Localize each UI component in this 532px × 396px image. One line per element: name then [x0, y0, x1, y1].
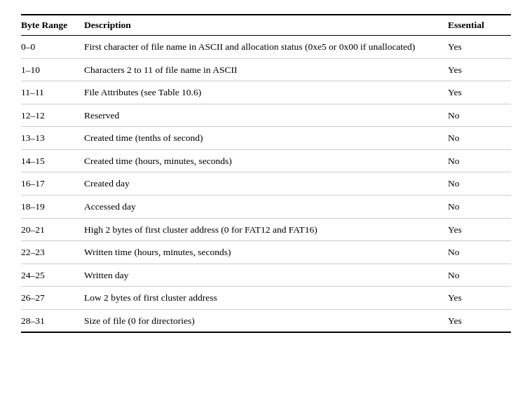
cell-byte-range: 1–10 — [21, 58, 84, 81]
cell-essential: No — [448, 104, 511, 127]
cell-description: Reserved — [84, 104, 448, 127]
cell-byte-range: 14–15 — [21, 149, 84, 172]
cell-byte-range: 24–25 — [21, 264, 84, 287]
table-row: 18–19Accessed dayNo — [21, 195, 511, 218]
cell-byte-range: 28–31 — [21, 309, 84, 332]
cell-description: Low 2 bytes of first cluster address — [84, 287, 448, 310]
table-row: 0–0First character of file name in ASCII… — [21, 36, 511, 59]
cell-description: High 2 bytes of first cluster address (0… — [84, 218, 448, 241]
cell-byte-range: 18–19 — [21, 195, 84, 218]
table-header: Byte Range Description Essential — [21, 15, 511, 36]
table-row: 20–21High 2 bytes of first cluster addre… — [21, 218, 511, 241]
cell-essential: Yes — [448, 58, 511, 81]
table-row: 13–13Created time (tenths of second)No — [21, 127, 511, 150]
cell-description: Written time (hours, minutes, seconds) — [84, 241, 448, 264]
cell-byte-range: 16–17 — [21, 172, 84, 196]
table-row: 26–27Low 2 bytes of first cluster addres… — [21, 287, 511, 310]
cell-essential: No — [448, 195, 511, 218]
table-row: 16–17Created dayNo — [21, 172, 511, 196]
cell-byte-range: 12–12 — [21, 104, 84, 127]
col-header-byte-range: Byte Range — [21, 15, 84, 36]
cell-essential: No — [448, 241, 511, 264]
table-row: 14–15Created time (hours, minutes, secon… — [21, 149, 511, 172]
table-row: 28–31Size of file (0 for directories)Yes — [21, 309, 511, 332]
table-row: 12–12ReservedNo — [21, 104, 511, 127]
table-row: 1–10Characters 2 to 11 of file name in A… — [21, 58, 511, 81]
table-row: 24–25Written dayNo — [21, 264, 511, 287]
cell-byte-range: 26–27 — [21, 287, 84, 310]
cell-byte-range: 20–21 — [21, 218, 84, 241]
byte-range-table: Byte Range Description Essential 0–0Firs… — [21, 14, 511, 333]
cell-description: File Attributes (see Table 10.6) — [84, 81, 448, 104]
cell-essential: Yes — [448, 287, 511, 310]
cell-essential: No — [448, 172, 511, 196]
cell-byte-range: 13–13 — [21, 127, 84, 150]
table-row: 22–23Written time (hours, minutes, secon… — [21, 241, 511, 264]
cell-essential: Yes — [448, 218, 511, 241]
cell-essential: No — [448, 149, 511, 172]
cell-essential: No — [448, 264, 511, 287]
cell-description: First character of file name in ASCII an… — [84, 36, 448, 59]
table-row: 11–11File Attributes (see Table 10.6)Yes — [21, 81, 511, 104]
cell-byte-range: 0–0 — [21, 36, 84, 59]
col-header-description: Description — [84, 15, 448, 36]
cell-essential: Yes — [448, 36, 511, 59]
cell-essential: Yes — [448, 81, 511, 104]
col-header-essential: Essential — [448, 15, 511, 36]
cell-byte-range: 11–11 — [21, 81, 84, 104]
cell-essential: No — [448, 127, 511, 150]
cell-essential: Yes — [448, 309, 511, 332]
cell-description: Created day — [84, 172, 448, 196]
table-body: 0–0First character of file name in ASCII… — [21, 36, 511, 333]
cell-description: Characters 2 to 11 of file name in ASCII — [84, 58, 448, 81]
cell-description: Accessed day — [84, 195, 448, 218]
cell-description: Created time (tenths of second) — [84, 127, 448, 150]
cell-description: Created time (hours, minutes, seconds) — [84, 149, 448, 172]
cell-description: Written day — [84, 264, 448, 287]
cell-description: Size of file (0 for directories) — [84, 309, 448, 332]
cell-byte-range: 22–23 — [21, 241, 84, 264]
